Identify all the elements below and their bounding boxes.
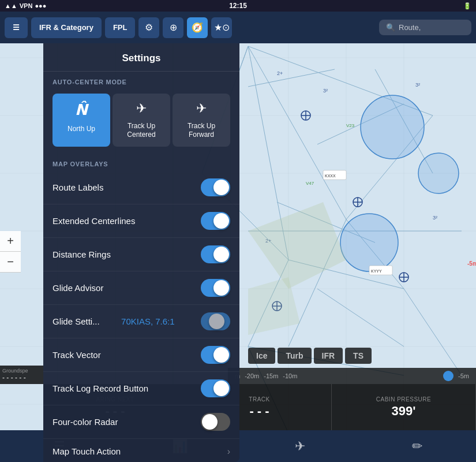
four-color-radar-thumb	[202, 414, 218, 430]
map-touch-action-row[interactable]: Map Touch Action ›	[43, 439, 239, 462]
cabin-pressure-section: Cabin Pressure 399'	[332, 384, 476, 430]
fpl-label: FPL	[113, 23, 128, 32]
glide-advisor-toggle[interactable]	[201, 279, 230, 297]
settings-icon-button[interactable]: ⚙	[138, 17, 159, 38]
distance-rings-label: Distance Rings	[53, 249, 111, 259]
four-color-radar-row: Four-color Radar	[43, 405, 239, 439]
status-bar-left: ▲▲ VPN ●●●	[5, 2, 46, 9]
route-labels-thumb	[213, 180, 229, 195]
svg-text:2+: 2+	[277, 70, 283, 76]
track-log-record-thumb	[213, 381, 229, 396]
ifr-category-label: IFR & Category	[39, 23, 93, 32]
track-vector-thumb	[213, 347, 229, 363]
route-labels-label: Route Labels	[53, 182, 103, 192]
track-log-record-toggle[interactable]	[201, 379, 230, 397]
track-up-forward-button[interactable]: ✈ Track UpForward	[173, 94, 230, 147]
alt-label-4: -5m	[458, 372, 469, 379]
track-value: - - -	[249, 404, 269, 419]
menu-button[interactable]: ☰	[5, 17, 28, 38]
track-vector-row: Track Vector	[43, 338, 239, 372]
altitude-slider-bar[interactable]: m -20m -15m -10m -5m	[228, 368, 476, 384]
altitude-slider-thumb[interactable]	[443, 371, 453, 381]
ifr-button[interactable]: IFR	[314, 348, 343, 364]
groundspeed-label: Groundspe	[2, 368, 41, 374]
route-labels-toggle[interactable]	[201, 178, 230, 196]
zoom-out-button[interactable]: −	[0, 252, 21, 273]
extended-centerlines-thumb	[213, 213, 229, 229]
route-labels-row: Route Labels	[43, 171, 239, 204]
svg-text:V23: V23	[346, 123, 355, 128]
ice-button[interactable]: Ice	[248, 348, 275, 364]
track-log-record-row: Track Log Record Button	[43, 372, 239, 405]
four-color-radar-toggle[interactable]	[201, 413, 230, 431]
search-icon: 🔍	[386, 23, 395, 32]
map-button[interactable]: 🧭	[187, 17, 208, 38]
turb-button[interactable]: Turb	[278, 348, 311, 364]
signal-icon: ●●●	[35, 2, 46, 9]
track-up-centered-icon: ✈	[136, 100, 147, 117]
auto-center-grid: N̂ North Up ✈ Track UpCentered ✈ Track U…	[43, 89, 239, 154]
glide-settings-value: 70KIAS, 7.6:1	[121, 316, 175, 326]
distance-rings-thumb	[213, 247, 229, 262]
favorites-button[interactable]: ★⊙	[211, 17, 232, 38]
search-placeholder: Route,	[399, 23, 421, 32]
glide-advisor-thumb	[213, 280, 229, 296]
svg-point-36	[340, 214, 398, 271]
svg-text:3²: 3²	[323, 88, 328, 94]
track-up-forward-icon: ✈	[196, 100, 207, 117]
fpl-button[interactable]: FPL	[105, 17, 136, 38]
track-label: Track	[249, 396, 269, 403]
compass-icon: 🧭	[192, 22, 203, 33]
zoom-in-button[interactable]: +	[0, 231, 21, 252]
track-up-centered-button[interactable]: ✈ Track UpCentered	[113, 94, 170, 147]
alt-label-1: -20m	[245, 372, 259, 379]
extended-centerlines-row: Extended Centerlines	[43, 204, 239, 238]
menu-icon: ☰	[13, 23, 20, 32]
distance-rings-toggle[interactable]	[201, 245, 230, 263]
search-bar[interactable]: 🔍 Route,	[379, 20, 471, 35]
north-up-button[interactable]: N̂ North Up	[53, 94, 110, 147]
north-up-icon: N̂	[75, 100, 88, 120]
plane-icon-button[interactable]: ✈	[283, 434, 317, 459]
track-vector-toggle[interactable]	[201, 346, 230, 364]
extended-centerlines-toggle[interactable]	[201, 212, 230, 230]
track-vector-label: Track Vector	[53, 350, 101, 360]
top-nav: ☰ IFR & Category FPL ⚙ ⊕ 🧭 ★⊙ 🔍 Route,	[0, 12, 476, 43]
layers-icon: ⊕	[170, 22, 177, 33]
layers-button[interactable]: ⊕	[163, 17, 183, 38]
glide-settings-row[interactable]: Glide Setti... 70KIAS, 7.6:1	[43, 305, 239, 338]
tag-buttons: Ice Turb IFR TS	[248, 348, 372, 364]
auto-center-header: AUTO-CENTER MODE	[43, 72, 239, 89]
status-bar-right: 🔋	[463, 2, 471, 10]
wifi-icon: ▲▲	[5, 2, 17, 9]
svg-text:KYYY: KYYY	[371, 269, 382, 273]
svg-text:KXXX: KXXX	[325, 174, 336, 178]
glide-settings-label: Glide Setti...	[53, 316, 100, 326]
svg-text:V47: V47	[306, 181, 314, 186]
glide-settings-toggle[interactable]	[201, 312, 230, 330]
status-bar: ▲▲ VPN ●●● 12:15 🔋	[0, 0, 476, 12]
svg-text:3²: 3²	[415, 82, 420, 88]
four-color-radar-label: Four-color Radar	[53, 417, 118, 427]
north-up-label: North Up	[68, 125, 95, 134]
cabin-pressure-value: 399'	[392, 404, 416, 419]
ifr-category-button[interactable]: IFR & Category	[31, 17, 102, 38]
distance-rings-row: Distance Rings	[43, 238, 239, 271]
track-log-record-label: Track Log Record Button	[53, 383, 148, 393]
zoom-controls: + −	[0, 231, 21, 273]
time-display: 12:15	[229, 2, 247, 10]
svg-text:-5m: -5m	[467, 260, 476, 267]
ts-button[interactable]: TS	[345, 348, 372, 364]
svg-text:3²: 3²	[433, 215, 437, 221]
pen-icon-button[interactable]: ✏	[400, 434, 434, 459]
extended-centerlines-label: Extended Centerlines	[53, 216, 135, 226]
settings-panel: Settings AUTO-CENTER MODE N̂ North Up ✈ …	[43, 43, 239, 462]
glide-advisor-row: Glide Advisor	[43, 271, 239, 305]
cabin-pressure-label: Cabin Pressure	[376, 396, 431, 403]
svg-point-37	[418, 153, 459, 193]
glide-settings-thumb	[209, 314, 224, 329]
gear-icon: ⚙	[145, 22, 153, 33]
vpn-label: VPN	[20, 2, 33, 9]
bottom-left-info: Groundspe - - - - - -	[0, 366, 43, 384]
track-up-forward-label: Track UpForward	[188, 122, 215, 140]
